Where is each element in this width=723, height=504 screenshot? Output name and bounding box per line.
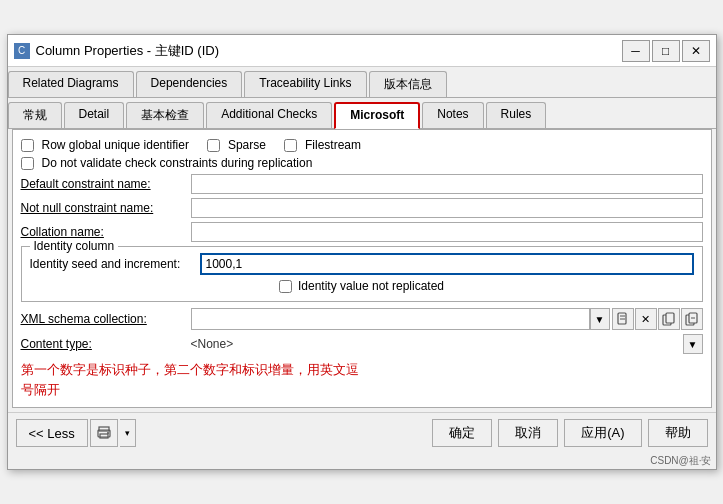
xml-action-btn-4[interactable] — [681, 308, 703, 330]
identity-seed-input[interactable] — [200, 253, 694, 275]
window-icon: C — [14, 43, 30, 59]
help-button[interactable]: 帮助 — [648, 419, 708, 447]
content-type-row: Content type: <None> ▼ — [21, 334, 703, 354]
watermark: CSDN@祖·安 — [8, 453, 716, 469]
tab-row-2: 常规 Detail 基本检查 Additional Checks Microso… — [8, 98, 716, 129]
xml-action-btn-1[interactable] — [612, 308, 634, 330]
tab-related-diagrams[interactable]: Related Diagrams — [8, 71, 134, 97]
annotation: 第一个数字是标识种子，第二个数字和标识增量，用英文逗 号隔开 — [21, 360, 703, 399]
xml-schema-label: XML schema collection: — [21, 312, 191, 326]
footer: << Less ▾ 确定 取消 应用(A) 帮助 — [8, 412, 716, 453]
identity-group: Identity column Identity seed and increm… — [21, 246, 703, 302]
tab-microsoft[interactable]: Microsoft — [334, 102, 420, 129]
close-button[interactable]: ✕ — [682, 40, 710, 62]
window-title: Column Properties - 主键ID (ID) — [36, 42, 219, 60]
tab-notes[interactable]: Notes — [422, 102, 483, 128]
sparse-checkbox[interactable] — [207, 139, 220, 152]
title-bar: C Column Properties - 主键ID (ID) ─ □ ✕ — [8, 35, 716, 67]
tab-traceability-links[interactable]: Traceability Links — [244, 71, 366, 97]
identity-replicated-label: Identity value not replicated — [298, 279, 444, 293]
xml-action-btn-2[interactable]: ✕ — [635, 308, 657, 330]
title-bar-left: C Column Properties - 主键ID (ID) — [14, 42, 219, 60]
cancel-button[interactable]: 取消 — [498, 419, 558, 447]
tab-basic-check[interactable]: 基本检查 — [126, 102, 204, 128]
content-type-dropdown[interactable]: ▼ — [683, 334, 703, 354]
print-dropdown-button[interactable]: ▾ — [120, 419, 136, 447]
svg-point-11 — [107, 432, 109, 434]
identity-replicated-checkbox[interactable] — [279, 280, 292, 293]
xml-action-buttons: ✕ — [612, 308, 703, 330]
content-area: Row global unique identifier Sparse File… — [12, 129, 712, 408]
checkbox-row-1: Row global unique identifier Sparse File… — [21, 138, 703, 152]
identity-seed-row: Identity seed and increment: — [30, 253, 694, 275]
do-not-validate-checkbox[interactable] — [21, 157, 34, 170]
print-button[interactable] — [90, 419, 118, 447]
sparse-label: Sparse — [228, 138, 266, 152]
do-not-validate-label: Do not validate check constraints during… — [42, 156, 313, 170]
ok-button[interactable]: 确定 — [432, 419, 492, 447]
not-null-input[interactable] — [191, 198, 703, 218]
tab-dependencies[interactable]: Dependencies — [136, 71, 243, 97]
checkbox-row-2: Do not validate check constraints during… — [21, 156, 703, 170]
content-type-value: <None> — [191, 337, 683, 351]
row-global-checkbox[interactable] — [21, 139, 34, 152]
default-constraint-row: Default constraint name: — [21, 174, 703, 194]
row-global-label: Row global unique identifier — [42, 138, 189, 152]
collation-row: Collation name: — [21, 222, 703, 242]
content-type-label: Content type: — [21, 337, 191, 351]
xml-schema-dropdown[interactable]: ▼ — [590, 308, 610, 330]
filestream-label: Filestream — [305, 138, 361, 152]
tab-changgui[interactable]: 常规 — [8, 102, 62, 128]
main-window: C Column Properties - 主键ID (ID) ─ □ ✕ Re… — [7, 34, 717, 470]
tab-version-info[interactable]: 版本信息 — [369, 71, 447, 97]
xml-action-btn-3[interactable] — [658, 308, 680, 330]
print-icon — [97, 426, 111, 440]
identity-group-label: Identity column — [30, 239, 119, 253]
annotation-line2: 号隔开 — [21, 380, 703, 400]
apply-button[interactable]: 应用(A) — [564, 419, 641, 447]
footer-left: << Less ▾ — [16, 419, 136, 447]
maximize-button[interactable]: □ — [652, 40, 680, 62]
minimize-button[interactable]: ─ — [622, 40, 650, 62]
tab-detail[interactable]: Detail — [64, 102, 125, 128]
title-buttons: ─ □ ✕ — [622, 40, 710, 62]
xml-schema-input[interactable] — [191, 308, 590, 330]
filestream-checkbox[interactable] — [284, 139, 297, 152]
default-constraint-input[interactable] — [191, 174, 703, 194]
tab-row-1: Related Diagrams Dependencies Traceabili… — [8, 67, 716, 98]
xml-schema-row: XML schema collection: ▼ ✕ — [21, 308, 703, 330]
not-null-row: Not null constraint name: — [21, 198, 703, 218]
annotation-line1: 第一个数字是标识种子，第二个数字和标识增量，用英文逗 — [21, 360, 703, 380]
not-null-label: Not null constraint name: — [21, 201, 191, 215]
collation-input[interactable] — [191, 222, 703, 242]
default-constraint-label: Default constraint name: — [21, 177, 191, 191]
collation-label: Collation name: — [21, 225, 191, 239]
less-button[interactable]: << Less — [16, 419, 88, 447]
identity-replicated-row: Identity value not replicated — [30, 279, 694, 293]
identity-seed-label: Identity seed and increment: — [30, 257, 200, 271]
svg-rect-4 — [666, 313, 674, 323]
tab-additional-checks[interactable]: Additional Checks — [206, 102, 332, 128]
tab-rules[interactable]: Rules — [486, 102, 547, 128]
